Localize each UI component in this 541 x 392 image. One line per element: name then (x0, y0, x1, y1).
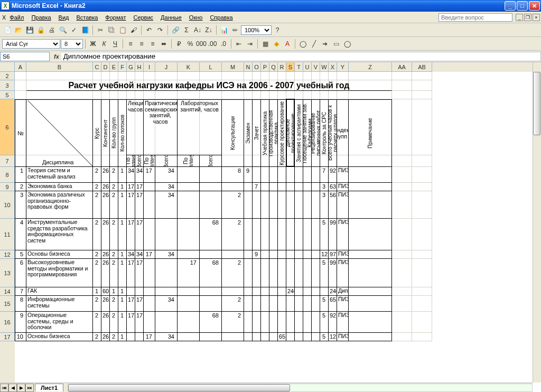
data-r4-up[interactable] (261, 219, 269, 250)
data-r5-sr[interactable]: 12 (320, 250, 329, 259)
data-r3-g[interactable]: 2 (110, 191, 118, 219)
col-head-F[interactable]: F (118, 62, 127, 72)
data-r3-lbp[interactable] (178, 191, 200, 219)
data-r5-pv[interactable]: 34 (155, 250, 178, 259)
data-r7-ko[interactable] (222, 287, 244, 296)
data-r10-prim[interactable] (349, 333, 392, 341)
grid-cell[interactable] (392, 91, 412, 99)
data-r2-ek[interactable] (244, 183, 253, 191)
data-r2-prim[interactable] (349, 183, 392, 191)
grid-cell[interactable] (253, 72, 261, 80)
data-r3-pr[interactable] (269, 191, 278, 219)
col-head-T[interactable]: T (295, 62, 303, 72)
title-cell[interactable]: Расчет учебной нагрузки кафедры ИСЭ на 2… (26, 80, 392, 91)
data-r1-di[interactable] (286, 167, 295, 183)
grid-cell[interactable] (127, 91, 135, 99)
col-head-A[interactable]: A (15, 62, 26, 72)
data-r2-pp[interactable] (144, 183, 155, 191)
data-r4-lv[interactable]: 17 (135, 219, 144, 250)
data-r7-di[interactable]: 240 (286, 287, 295, 296)
data-r8-pv[interactable]: 34 (155, 296, 178, 312)
data-r10-lp[interactable] (127, 333, 135, 341)
line-icon[interactable]: ╱ (309, 39, 319, 49)
align-left-icon[interactable]: ≡ (125, 39, 136, 49)
data-r5-pp[interactable]: 17 (144, 250, 155, 259)
data-r8-lp[interactable]: 17 (127, 296, 135, 312)
italic-icon[interactable]: К (99, 39, 109, 49)
data-r2-as[interactable] (295, 183, 303, 191)
data-r6-p[interactable]: 1 (118, 259, 127, 287)
data-r5-za[interactable]: 9 (253, 250, 261, 259)
col-head-X[interactable]: X (329, 62, 337, 72)
grid-cell[interactable] (200, 91, 222, 99)
font-combo[interactable]: Arial Cyr (2, 39, 60, 49)
hdr-posz[interactable]: Посещение занятий зав. Кафедрами (303, 99, 312, 167)
grid-cell[interactable] (26, 72, 93, 80)
data-r9-as[interactable] (295, 312, 303, 333)
tab-next-icon[interactable]: ▶ (17, 384, 25, 392)
data-r2-za[interactable]: 7 (253, 183, 261, 191)
grid-cell[interactable] (261, 72, 269, 80)
data-r8-po[interactable] (303, 296, 312, 312)
data-r10-tot[interactable]: 123 (329, 333, 337, 341)
grid-cell[interactable] (412, 296, 432, 312)
grid-cell[interactable] (392, 296, 412, 312)
grid-cell[interactable] (155, 72, 178, 80)
data-r1-po[interactable] (303, 167, 312, 183)
tab-last-icon[interactable]: ⏭ (25, 384, 34, 392)
data-r4-ek[interactable] (244, 219, 253, 250)
row-head-2[interactable]: 2 (0, 72, 15, 80)
col-head-D[interactable]: D (101, 62, 110, 72)
data-r1-up[interactable] (261, 167, 269, 183)
paste-icon[interactable]: 📋 (117, 25, 128, 35)
col-head-E[interactable]: E (110, 62, 118, 72)
data-r3-ek[interactable] (244, 191, 253, 219)
grid-cell[interactable] (412, 259, 432, 287)
data-r8-as[interactable] (295, 296, 303, 312)
data-r1-za[interactable] (253, 167, 261, 183)
hdr-kons[interactable]: Консультации (222, 99, 244, 167)
data-r5-tot[interactable]: 97 (329, 250, 337, 259)
hdr-kurs[interactable]: Курс (93, 99, 101, 167)
data-r3-lp[interactable]: 17 (127, 191, 135, 219)
data-r8-g[interactable]: 2 (110, 296, 118, 312)
grid-cell[interactable] (15, 72, 26, 80)
data-r8-ek[interactable] (244, 296, 253, 312)
data-r1-lv[interactable]: 34 (135, 167, 144, 183)
col-head-O[interactable]: O (253, 62, 261, 72)
menu-view[interactable]: Вид (55, 13, 73, 22)
data-r9-lv[interactable]: 17 (135, 312, 144, 333)
comma-icon[interactable]: 000 (196, 39, 207, 49)
row-head-8[interactable]: 8 (0, 167, 15, 183)
grid-cell[interactable] (286, 91, 295, 99)
rectangle-icon[interactable]: ▭ (331, 39, 341, 49)
data-r4-lbp[interactable] (178, 219, 200, 250)
data-r8-k[interactable]: 26 (101, 296, 110, 312)
col-head-C[interactable]: C (93, 62, 101, 72)
row-head-12[interactable]: 12 (0, 250, 15, 259)
data-r5-lbp[interactable] (178, 250, 200, 259)
data-r6-lp[interactable]: 17 (127, 259, 135, 287)
data-r4-prim[interactable] (349, 219, 392, 250)
data-r3-c[interactable]: 2 (93, 191, 101, 219)
grid-cell[interactable] (135, 72, 144, 80)
grid-cell[interactable] (144, 91, 155, 99)
data-r4-di[interactable] (286, 219, 295, 250)
data-r7-k[interactable]: 60 (101, 287, 110, 296)
grid-cell[interactable] (412, 191, 432, 219)
grid-cell[interactable] (295, 91, 303, 99)
row-head-15[interactable]: 15 (0, 296, 15, 312)
menu-help[interactable]: Справка (206, 13, 236, 22)
data-r7-po[interactable] (303, 287, 312, 296)
data-r3-ku[interactable] (278, 191, 286, 219)
col-head-N[interactable]: N (244, 62, 253, 72)
grid-cell[interactable] (392, 287, 412, 296)
data-r3-sr[interactable]: 3 (320, 191, 329, 219)
data-r5-ku[interactable] (278, 250, 286, 259)
data-r8-ix[interactable]: ПИЭ-51,52 (337, 296, 349, 312)
col-head-W[interactable]: W (320, 62, 329, 72)
data-r8-d[interactable]: Информационные системы (26, 296, 93, 312)
hdr-lek[interactable]: Лекций, часов (127, 99, 144, 155)
data-r9-d[interactable]: Операционные системы, среды и оболочки (26, 312, 93, 333)
data-r7-prim[interactable] (349, 287, 392, 296)
